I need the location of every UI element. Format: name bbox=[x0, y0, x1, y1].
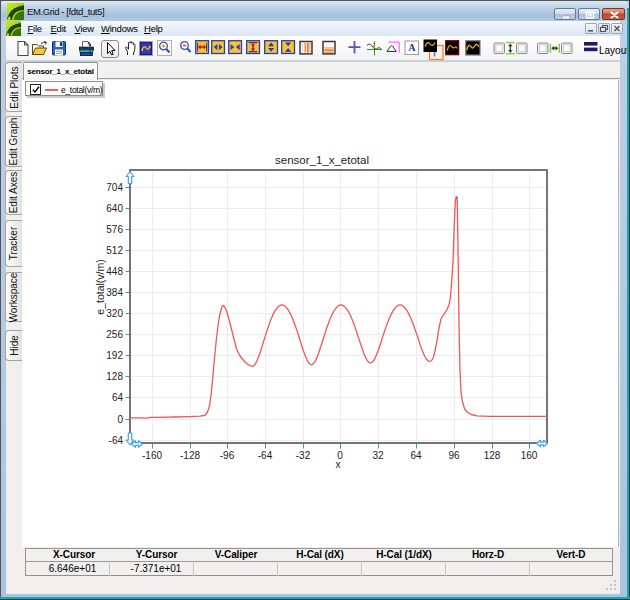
svg-text:256: 256 bbox=[106, 329, 123, 340]
svg-text:64: 64 bbox=[410, 450, 422, 461]
svg-text:-32: -32 bbox=[296, 450, 311, 461]
svg-text:320: 320 bbox=[106, 308, 123, 319]
svg-text:-96: -96 bbox=[220, 450, 235, 461]
svg-text:576: 576 bbox=[106, 224, 123, 235]
svg-text:512: 512 bbox=[106, 245, 123, 256]
svg-text:x: x bbox=[336, 459, 341, 470]
svg-text:-64: -64 bbox=[258, 450, 273, 461]
svg-text:96: 96 bbox=[448, 450, 460, 461]
svg-text:-160: -160 bbox=[142, 450, 162, 461]
svg-text:64: 64 bbox=[112, 392, 124, 403]
svg-text:e_total(v/m): e_total(v/m) bbox=[94, 259, 106, 314]
svg-text:128: 128 bbox=[484, 450, 501, 461]
svg-text:192: 192 bbox=[106, 350, 123, 361]
svg-text:160: 160 bbox=[521, 450, 538, 461]
svg-text:-128: -128 bbox=[180, 450, 200, 461]
svg-text:-64: -64 bbox=[109, 435, 124, 446]
svg-text:640: 640 bbox=[106, 203, 123, 214]
svg-text:32: 32 bbox=[372, 450, 384, 461]
svg-text:704: 704 bbox=[106, 182, 123, 193]
svg-text:0: 0 bbox=[117, 414, 123, 425]
svg-text:A: A bbox=[408, 42, 416, 53]
svg-text:sensor_1_x_etotal: sensor_1_x_etotal bbox=[275, 154, 369, 166]
svg-text:384: 384 bbox=[106, 287, 123, 298]
svg-text:128: 128 bbox=[106, 371, 123, 382]
svg-text:448: 448 bbox=[106, 266, 123, 277]
